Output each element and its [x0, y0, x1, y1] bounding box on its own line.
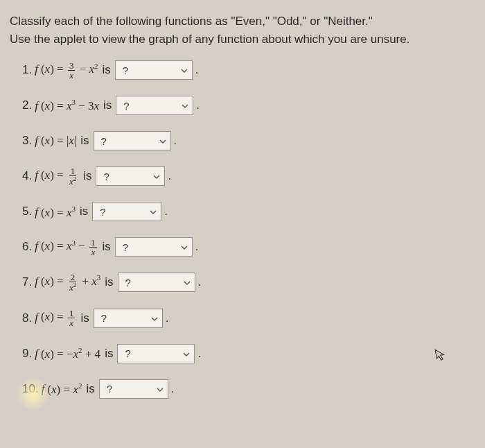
period: . [174, 134, 177, 148]
question-formula: f(x) = x3 − 3x [35, 98, 99, 113]
dropdown-value: ? [107, 383, 112, 395]
select-wrap: ?. [115, 237, 199, 257]
select-wrap: ?. [118, 273, 202, 292]
question-row: 5.f(x) = x3is?. [22, 202, 475, 221]
period: . [166, 311, 169, 325]
question-number: 10. [22, 382, 39, 396]
chevron-down-icon [159, 137, 166, 145]
instructions-text: Classify each of the following functions… [10, 12, 475, 48]
chevron-down-icon [184, 278, 191, 286]
chevron-down-icon [182, 101, 188, 110]
answer-dropdown[interactable]: ? [96, 166, 165, 186]
select-wrap: ?. [117, 344, 201, 363]
period: . [171, 382, 175, 396]
question-text: 3.f(x) = |x|is [22, 134, 94, 148]
answer-dropdown[interactable]: ? [115, 237, 193, 257]
period: . [168, 169, 171, 183]
question-number: 3. [22, 134, 32, 148]
answer-dropdown[interactable]: ? [115, 60, 193, 80]
select-wrap: ?. [99, 379, 175, 399]
question-row: 3.f(x) = |x|is?. [22, 131, 475, 150]
question-row: 1.f(x) = 3x − x2is?. [22, 60, 475, 80]
question-formula: f(x) = 2x2 + x3 [35, 273, 100, 292]
period: . [197, 347, 201, 361]
question-number: 6. [22, 240, 32, 254]
dropdown-value: ? [123, 100, 129, 112]
dropdown-value: ? [100, 206, 105, 218]
question-number: 1. [22, 63, 32, 77]
is-label: is [80, 311, 89, 325]
chevron-down-icon [181, 243, 188, 251]
dropdown-value: ? [123, 241, 128, 253]
question-formula: f(x) = 1x2 [35, 166, 79, 186]
chevron-down-icon [157, 385, 164, 393]
is-label: is [80, 205, 88, 218]
dropdown-value: ? [125, 347, 130, 359]
question-number: 2. [22, 98, 32, 112]
answer-dropdown[interactable]: ? [92, 202, 161, 221]
question-row: 7.f(x) = 2x2 + x3is?. [22, 273, 475, 292]
is-label: is [80, 134, 89, 148]
question-number: 9. [22, 347, 32, 361]
question-text: 8.f(x) = 1xis [22, 309, 94, 327]
period: . [196, 98, 200, 112]
question-number: 4. [22, 169, 32, 183]
answer-dropdown[interactable]: ? [118, 273, 195, 292]
chevron-down-icon [183, 350, 190, 358]
period: . [198, 275, 202, 289]
is-label: is [105, 347, 113, 361]
question-text: 5.f(x) = x3is [22, 205, 92, 220]
select-wrap: ?. [96, 166, 171, 186]
dropdown-value: ? [123, 64, 128, 76]
answer-dropdown[interactable]: ? [99, 379, 168, 399]
select-wrap: ?. [115, 60, 199, 80]
question-row: 9.f(x) = −x2 + 4is?. [22, 344, 475, 363]
is-label: is [86, 382, 94, 396]
answer-dropdown[interactable]: ? [117, 344, 195, 363]
question-number: 5. [22, 205, 32, 218]
questions-list: 1.f(x) = 3x − x2is?.2.f(x) = x3 − 3xis?.… [10, 60, 475, 399]
select-wrap: ?. [116, 96, 200, 115]
question-formula: f(x) = 3x − x2 [35, 61, 98, 80]
question-row: 4.f(x) = 1x2is?. [22, 166, 475, 186]
question-formula: f(x) = x3 − 1x [35, 238, 98, 257]
is-label: is [103, 240, 111, 254]
select-wrap: ?. [94, 309, 169, 328]
select-wrap: ?. [94, 131, 177, 150]
chevron-down-icon [150, 207, 157, 216]
question-text: 1.f(x) = 3x − x2is [22, 61, 115, 80]
question-formula: f(x) = x3 [35, 205, 76, 220]
question-row: 10.f(x) = x2is?. [22, 379, 475, 399]
dropdown-value: ? [125, 277, 131, 288]
dropdown-value: ? [101, 312, 107, 324]
chevron-down-icon [181, 66, 188, 74]
question-row: 8.f(x) = 1xis?. [22, 309, 475, 328]
question-formula: f(x) = |x| [35, 134, 76, 148]
question-text: 9.f(x) = −x2 + 4is [22, 346, 117, 361]
question-text: 10.f(x) = x2is [22, 381, 99, 397]
question-formula: f(x) = −x2 + 4 [35, 346, 100, 361]
period: . [195, 63, 199, 77]
question-row: 6.f(x) = x3 − 1xis?. [22, 237, 475, 257]
answer-dropdown[interactable]: ? [116, 96, 193, 115]
is-label: is [83, 169, 91, 183]
period: . [195, 240, 199, 254]
is-label: is [105, 275, 113, 289]
answer-dropdown[interactable]: ? [94, 309, 163, 328]
question-number: 8. [22, 311, 32, 325]
question-text: 2.f(x) = x3 − 3xis [22, 98, 116, 113]
is-label: is [103, 98, 112, 112]
question-number: 7. [22, 275, 32, 289]
select-wrap: ?. [92, 202, 168, 221]
chevron-down-icon [151, 314, 158, 322]
chevron-down-icon [153, 172, 160, 180]
answer-dropdown[interactable]: ? [94, 131, 171, 150]
question-text: 4.f(x) = 1x2is [22, 166, 96, 186]
question-formula: f(x) = 1x [35, 309, 76, 327]
period: . [164, 205, 168, 218]
question-formula: f(x) = x2 [42, 381, 82, 397]
question-text: 7.f(x) = 2x2 + x3is [22, 273, 118, 292]
dropdown-value: ? [101, 135, 107, 147]
instructions-line1: Classify each of the following functions… [10, 12, 475, 31]
question-row: 2.f(x) = x3 − 3xis?. [22, 96, 475, 115]
